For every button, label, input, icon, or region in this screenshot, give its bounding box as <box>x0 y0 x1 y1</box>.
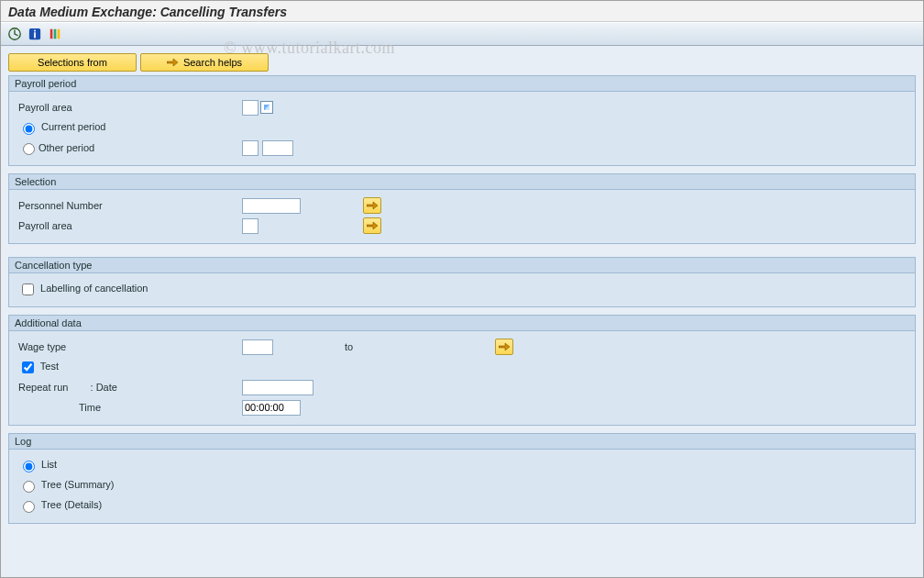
info-icon[interactable] <box>27 26 43 42</box>
labelling-checkbox-row[interactable]: Labelling of cancellation <box>18 281 148 298</box>
date-sep-label: : Date <box>91 382 117 393</box>
application-toolbar <box>1 22 923 46</box>
payroll-area-sel-input[interactable] <box>242 218 258 234</box>
group-cancellation-type: Cancellation type Labelling of cancellat… <box>8 257 916 307</box>
svg-rect-5 <box>54 29 57 39</box>
log-tree-details-label: Tree (Details) <box>41 499 102 510</box>
group-title: Payroll period <box>9 76 915 92</box>
other-period-radio-row[interactable]: Other period <box>18 140 238 155</box>
labelling-label: Labelling of cancellation <box>40 283 148 294</box>
other-period-label: Other period <box>38 142 94 153</box>
group-log: Log List Tree (Summary) Tree (Details) <box>8 433 916 524</box>
current-period-radio-row[interactable]: Current period <box>18 120 105 135</box>
selections-from-label: Selections from <box>38 57 107 68</box>
search-helps-button[interactable]: Search helps <box>140 53 269 72</box>
search-help-icon[interactable] <box>260 101 273 114</box>
other-period-input-a[interactable] <box>242 140 258 156</box>
wage-type-multi-icon[interactable] <box>495 339 513 355</box>
repeat-run-label: Repeat run <box>18 382 68 393</box>
payroll-area-multi-icon[interactable] <box>363 217 381 234</box>
test-checkbox-row[interactable]: Test <box>18 359 59 376</box>
payroll-area-label: Payroll area <box>18 102 238 113</box>
current-period-radio[interactable] <box>23 123 35 135</box>
log-tree-summary-radio-row[interactable]: Tree (Summary) <box>18 478 115 493</box>
log-list-radio-row[interactable]: List <box>18 458 57 472</box>
repeat-run-row: Repeat run : Date <box>18 382 238 393</box>
group-title: Cancellation type <box>9 258 915 273</box>
repeat-date-input[interactable] <box>242 380 314 395</box>
wage-type-from-input[interactable] <box>242 339 273 355</box>
to-label: to <box>345 341 363 352</box>
log-tree-summary-radio[interactable] <box>23 481 35 493</box>
personnel-number-input[interactable] <box>242 198 301 214</box>
group-payroll-period: Payroll period Payroll area Current peri… <box>8 75 916 166</box>
log-tree-details-radio-row[interactable]: Tree (Details) <box>18 498 102 513</box>
log-list-label: List <box>41 459 57 470</box>
page-title: Data Medium Exchange: Cancelling Transfe… <box>8 5 287 19</box>
group-selection: Selection Personnel Number Payroll area <box>8 173 916 244</box>
svg-rect-4 <box>50 29 53 39</box>
search-helps-label: Search helps <box>183 57 242 68</box>
labelling-checkbox[interactable] <box>22 283 34 295</box>
log-list-radio[interactable] <box>23 461 35 472</box>
personnel-number-multi-icon[interactable] <box>363 197 381 214</box>
personnel-number-label: Personnel Number <box>18 200 238 211</box>
title-bar: Data Medium Exchange: Cancelling Transfe… <box>1 1 923 22</box>
log-tree-summary-label: Tree (Summary) <box>41 479 115 490</box>
time-input[interactable] <box>242 400 301 416</box>
selections-from-button[interactable]: Selections from <box>8 53 137 72</box>
wage-type-label: Wage type <box>18 341 238 352</box>
payroll-area-input[interactable] <box>242 100 258 116</box>
group-title: Log <box>9 434 915 450</box>
test-checkbox[interactable] <box>22 361 34 373</box>
log-tree-details-radio[interactable] <box>23 501 35 513</box>
time-label: Time <box>18 402 238 413</box>
variant-icon[interactable] <box>47 26 63 42</box>
execute-icon[interactable] <box>6 26 23 42</box>
group-title: Additional data <box>9 316 915 331</box>
current-period-label: Current period <box>41 121 105 132</box>
other-period-input-b[interactable] <box>262 140 293 156</box>
svg-rect-6 <box>58 29 60 39</box>
svg-rect-3 <box>34 32 36 38</box>
test-label: Test <box>40 361 59 372</box>
arrow-right-icon <box>167 58 178 67</box>
selection-buttons-row: Selections from Search helps <box>8 53 916 72</box>
content-area: Selections from Search helps Payroll per… <box>1 46 923 578</box>
payroll-area-sel-label: Payroll area <box>18 220 238 231</box>
group-additional-data: Additional data Wage type to Test <box>8 315 916 426</box>
group-title: Selection <box>9 174 915 190</box>
other-period-radio[interactable] <box>23 143 35 155</box>
svg-rect-2 <box>34 30 36 32</box>
